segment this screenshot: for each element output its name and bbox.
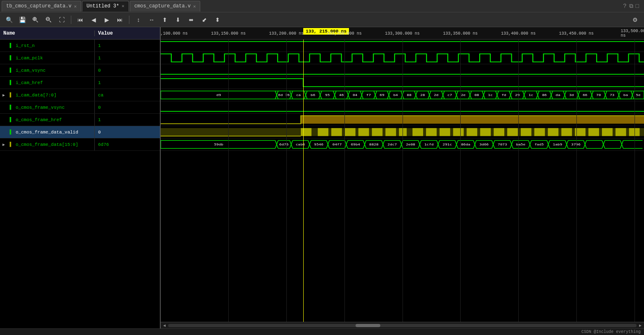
waveform-area: 133, 215.000 ns133,100.000 ns133,150.000… [161,27,644,328]
svg-rect-155 [385,128,396,136]
time-label: 133,150.000 ns [211,31,246,35]
tool-a[interactable]: ⬆ [159,14,171,26]
signal-row-o-cmos-frame-href[interactable]: ▌ o_cmos_frame_href 1 [0,114,160,126]
svg-text:04: 04 [353,93,357,97]
settings-button[interactable]: ⚙ [629,14,641,26]
signal-name: i_cam_data[7:0] [16,93,56,98]
svg-text:d9: d9 [216,93,221,97]
svg-rect-167 [548,128,559,136]
svg-rect-172 [616,128,626,136]
insert-button[interactable]: ↕ [133,14,144,26]
svg-rect-165 [521,128,532,136]
go-left-button[interactable]: ◀ [88,14,99,26]
signal-value: 0 [95,130,104,135]
expand-button[interactable]: ↔ [146,14,157,26]
header-name: Name [0,30,95,36]
svg-text:28: 28 [420,93,425,97]
tab-close[interactable]: ✕ [193,4,196,9]
prev-edge-button[interactable]: ⏮ [75,14,86,26]
fit-button[interactable]: ⛶ [56,14,68,26]
status-bar: CSDN @Include everything [0,328,644,335]
signal-type-icon: ▌ [8,80,14,86]
zoom-in-button[interactable] [30,14,41,26]
signal-row-i-cam-data[interactable]: ▶ ▌ i_cam_data[7:0] ca [0,89,160,101]
search-button[interactable]: 🔍 [3,14,15,26]
svg-text:1cfd: 1cfd [424,143,434,146]
scrollbar-thumb[interactable] [356,324,380,327]
signal-value: 1 [95,56,104,61]
svg-rect-160 [453,128,464,136]
svg-text:86da: 86da [461,143,471,146]
signal-row-o-cmos-frame-vsync[interactable]: ▌ o_cmos_frame_vsync 0 [0,101,160,114]
svg-line-1 [36,21,38,22]
signal-row-i-cam-href[interactable]: ▌ i_cam_href 1 [0,77,160,89]
signal-value: ca [95,93,107,98]
signal-row-i-cam-pclk[interactable]: ▌ i_cam_pclk 1 [0,52,160,64]
svg-text:f7: f7 [366,93,371,97]
svg-text:fd: fd [501,93,506,97]
go-right-button[interactable]: ▶ [101,14,112,26]
tool-b[interactable]: ⬇ [172,14,184,26]
signal-row-i-rst-n[interactable]: ▌ i_rst_n 1 [0,40,160,52]
signal-name: o_cmos_frame_href [16,117,62,122]
signal-row-i-cam-vsync[interactable]: ▌ i_cam_vsync 0 [0,64,160,77]
window-controls: ? ⧉ □ [623,3,642,9]
horizontal-scrollbar[interactable] [168,324,637,327]
svg-rect-168 [561,128,572,136]
svg-text:ba: ba [623,93,628,97]
svg-text:7073: 7073 [498,143,507,146]
grid-line [286,40,287,322]
grid-line [403,40,403,322]
waveform-canvas[interactable]: d96d 76cab6954604f769b488282dc72e081cfd2… [161,40,644,322]
signal-row-o-cmos-frame-data-valid[interactable]: ▌ o_cmos_frame_data_valid 0 [0,126,160,138]
status-text: CSDN @Include everything [581,330,641,334]
svg-text:ba5e: ba5e [516,143,526,146]
svg-text:9546: 9546 [314,143,323,146]
tool-e[interactable]: ⬍ [212,14,223,26]
time-label: 133,350.000 ns [443,31,478,35]
svg-text:8828: 8828 [369,143,379,146]
maximize-icon[interactable]: □ [636,3,639,9]
tab-cmos-capture[interactable]: cmos_capture_data.v ✕ [130,1,200,12]
svg-text:69: 69 [380,93,384,97]
grid-line [228,40,229,322]
scroll-right-arrow[interactable]: ▶ [638,323,642,328]
tool-c[interactable]: ⬌ [185,14,197,26]
svg-text:6d 76: 6d 76 [278,93,290,97]
signal-type-icon: ▌ [8,129,14,135]
svg-text:88: 88 [407,93,411,97]
svg-text:fad5: fad5 [534,143,544,146]
svg-line-5 [49,21,51,22]
grid-line [460,40,461,322]
expand-icon[interactable]: ▶ [2,142,7,147]
tab-close[interactable]: ✕ [74,4,77,9]
signal-row-o-cmos-frame-data[interactable]: ▶ ▌ o_cmos_frame_data[15:0] 6d76 [0,138,160,151]
signal-type-icon: ▌ [8,142,14,148]
scrollbar-area: ◀ ▶ [161,322,644,328]
signal-name: i_cam_vsync [16,68,46,73]
signal-name: o_cmos_frame_vsync [16,105,65,110]
grid-line [576,40,577,322]
save-button[interactable]: 💾 [16,14,28,26]
tool-d[interactable]: ⬋ [199,14,210,26]
time-label: 133,200.000 ns [269,31,304,35]
restore-icon[interactable]: ⧉ [629,3,633,9]
tab-label: cmos_capture_data.v [134,3,191,9]
svg-rect-156 [399,128,407,136]
signal-header: Name Value [0,27,160,40]
help-icon[interactable]: ? [623,3,626,9]
next-edge-button[interactable]: ⏭ [114,14,126,26]
expand-icon[interactable]: ▶ [2,93,7,98]
svg-text:08: 08 [474,93,479,97]
scroll-left-arrow[interactable]: ◀ [162,323,166,328]
tab-close[interactable]: ✕ [122,3,124,9]
time-ruler: 133, 215.000 ns133,100.000 ns133,150.000… [161,27,644,40]
svg-text:5e: 5e [636,93,640,97]
signal-value: 6d76 [95,142,112,147]
signal-name: i_cam_pclk [16,56,43,61]
tab-label: tb_cmos_capture_data.v [6,3,71,9]
tab-tb-cmos[interactable]: tb_cmos_capture_data.v ✕ [2,1,81,12]
signal-value: 0 [95,105,104,110]
zoom-out-button[interactable] [43,14,54,26]
tab-untitled3[interactable]: Untitled 3* ✕ [82,1,129,12]
